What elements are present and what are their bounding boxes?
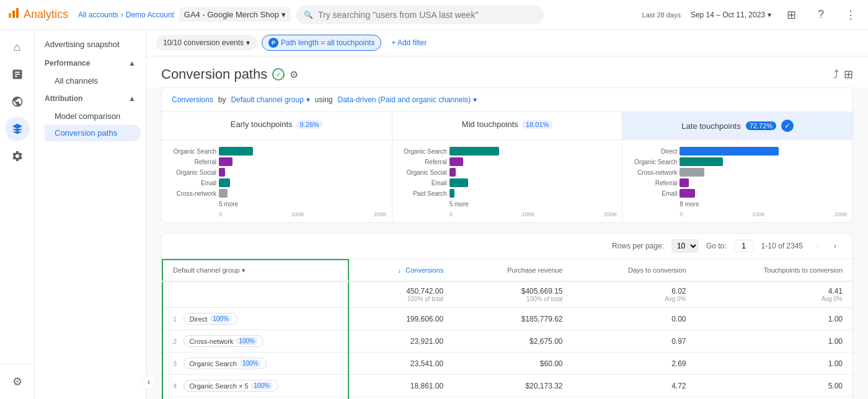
- nav-home-icon[interactable]: ⌂: [5, 35, 30, 59]
- settings-icon-bottom[interactable]: ⚙: [5, 369, 30, 394]
- page-title: Conversion paths ✓ ⚙: [161, 66, 298, 82]
- nav-configure-icon[interactable]: [5, 144, 30, 169]
- sidebar-item-conversion-paths[interactable]: Conversion paths: [45, 125, 141, 141]
- revenue-cell: $60.00: [453, 353, 572, 375]
- days-cell: 2.69: [572, 353, 696, 375]
- property-selector[interactable]: GA4 - Google Merch Shop ▾: [179, 7, 291, 22]
- sidebar-performance-header[interactable]: Performance ▲: [35, 54, 146, 72]
- touchpoints-cell: 1.00: [696, 330, 852, 353]
- channel-tag[interactable]: Organic Search × 5 100%: [184, 380, 278, 392]
- channel-tag[interactable]: Organic Search 100%: [184, 357, 267, 369]
- conversions-cell: 23,541.00: [348, 353, 453, 375]
- app-logo[interactable]: Analytics: [7, 7, 68, 22]
- more-options-button[interactable]: ⋮: [841, 5, 861, 25]
- go-to-label: Go to:: [706, 242, 727, 250]
- conversion-events-filter[interactable]: 10/10 conversion events ▾: [156, 35, 257, 50]
- share-icon[interactable]: ⤴: [833, 68, 839, 81]
- touchpoints-cell: 5.00: [696, 375, 852, 397]
- days-cell: 7.31: [572, 397, 696, 400]
- prev-page-button[interactable]: ‹: [810, 239, 825, 253]
- property-name: GA4 - Google Merch Shop: [184, 10, 279, 19]
- conversions-cell: 14,980.00: [348, 397, 453, 400]
- channel-cell: 1 Direct 100%: [162, 308, 348, 330]
- late-check-icon: ✓: [781, 120, 794, 132]
- search-icon: 🔍: [304, 11, 313, 19]
- next-page-button[interactable]: ›: [828, 239, 843, 253]
- sidebar-item-advertising-snapshot[interactable]: Advertising snapshot: [35, 35, 141, 54]
- col-header-purchase-revenue[interactable]: Purchase revenue: [453, 260, 572, 281]
- collapse-sidebar-button[interactable]: ‹: [146, 374, 156, 389]
- rows-per-page-label: Rows per page:: [612, 242, 664, 250]
- early-more-link[interactable]: 5 more: [167, 200, 387, 209]
- days-cell: 4.72: [572, 375, 696, 397]
- date-range-selector[interactable]: Sep 14 – Oct 11, 2023 ▾: [691, 11, 771, 19]
- late-more-link[interactable]: 8 more: [627, 200, 848, 209]
- nav-advertising-icon[interactable]: [5, 116, 30, 141]
- page-number-input[interactable]: [734, 240, 754, 252]
- attribution-link[interactable]: Data-driven (Paid and organic channels) …: [338, 95, 477, 104]
- revenue-cell: $20,173.32: [453, 375, 572, 397]
- nav-reports-icon[interactable]: [5, 62, 30, 87]
- col-header-conversions[interactable]: ↓ Conversions: [348, 260, 453, 281]
- top-right-actions: Last 28 days Sep 14 – Oct 11, 2023 ▾ ⊞ ?…: [642, 5, 861, 25]
- help-button[interactable]: ?: [811, 5, 831, 25]
- channel-group-link[interactable]: Default channel group ▾: [231, 95, 309, 104]
- search-input[interactable]: [318, 10, 536, 20]
- customize-icon[interactable]: ⊞: [844, 68, 853, 81]
- search-box[interactable]: 🔍: [296, 6, 544, 24]
- col-header-days[interactable]: Days to conversion: [572, 260, 696, 281]
- bottom-sidebar: ⚙: [0, 364, 35, 399]
- total-row: 450,742.00 100% of total $405,669.15 100…: [162, 281, 852, 308]
- path-length-filter[interactable]: P Path length = all touchpoints: [262, 35, 381, 51]
- advertising-snapshot-label: Advertising snapshot: [45, 40, 120, 49]
- all-accounts-link[interactable]: All accounts: [78, 11, 118, 19]
- channel-tag[interactable]: Cross-network 100%: [184, 335, 263, 347]
- late-touchpoints-chart: Direct Organic Search Cross-network Refe…: [622, 140, 852, 222]
- data-table: Default channel group ▾ ↓ Conversions Pu…: [162, 259, 852, 399]
- sidebar-item-all-channels[interactable]: All channels: [45, 72, 141, 89]
- mid-touchpoints-chart: Organic Search Referral Organic Social E…: [392, 140, 623, 222]
- svg-rect-0: [9, 13, 11, 18]
- channel-cell: 2 Cross-network 100%: [162, 330, 348, 353]
- col-header-channel-group[interactable]: Default channel group ▾: [162, 260, 348, 281]
- conversions-cell: 18,861.00: [348, 375, 453, 397]
- performance-collapse-icon: ▲: [128, 59, 136, 68]
- apps-button[interactable]: ⊞: [781, 5, 801, 25]
- col-header-touchpoints[interactable]: Touchpoints to conversion: [696, 260, 852, 281]
- property-dropdown-icon: ▾: [281, 10, 286, 19]
- revenue-cell: $2,675.00: [453, 330, 572, 353]
- early-touchpoints-chart: Organic Search Referral Organic Social E…: [162, 140, 392, 222]
- analytics-logo-icon: [7, 7, 20, 22]
- channel-cell: 5 Organic Search × 4 100%: [162, 397, 348, 400]
- channel-tag[interactable]: Direct 100%: [184, 313, 237, 325]
- mid-x-axis: 0100K200K: [397, 209, 618, 217]
- total-days: 6.02 Avg 0%: [572, 281, 696, 308]
- conversions-link[interactable]: Conversions: [172, 95, 213, 104]
- rows-per-page-select[interactable]: 10 25 50: [671, 239, 699, 253]
- mid-more-link[interactable]: 5 more: [397, 200, 618, 209]
- breadcrumb-sep1: ›: [121, 11, 123, 19]
- sidebar-item-model-comparison[interactable]: Model comparison: [45, 108, 141, 125]
- tab-late-touchpoints[interactable]: Late touchpoints 72.72% ✓: [622, 112, 852, 139]
- table-row: 5 Organic Search × 4 100% 14,980.00 $12,…: [162, 397, 852, 400]
- last-days-label: Last 28 days: [642, 11, 681, 19]
- revenue-cell: $12,586.04: [453, 397, 572, 400]
- demo-account-link[interactable]: Demo Account: [126, 11, 174, 19]
- channel-cell: 3 Organic Search 100%: [162, 353, 348, 375]
- svg-rect-1: [12, 11, 15, 18]
- channel-cell: 4 Organic Search × 5 100%: [162, 375, 348, 397]
- sort-arrow-icon: ↓: [397, 266, 401, 274]
- page-actions: ⤴ ⊞: [833, 68, 853, 81]
- tab-mid-touchpoints[interactable]: Mid touchpoints 18.01%: [392, 112, 623, 139]
- tab-early-touchpoints[interactable]: Early touchpoints 9.26%: [162, 112, 392, 139]
- add-filter-button[interactable]: + Add filter: [386, 36, 432, 50]
- revenue-cell: $185,779.62: [453, 308, 572, 330]
- charts-grid: Organic Search Referral Organic Social E…: [162, 140, 852, 222]
- touchpoint-tabs: Early touchpoints 9.26% Mid touchpoints …: [162, 112, 852, 140]
- sidebar-attribution-header[interactable]: Attribution ▲: [35, 89, 146, 108]
- page-settings-icon[interactable]: ⚙: [290, 69, 298, 81]
- nav-explore-icon[interactable]: [5, 89, 30, 114]
- svg-rect-2: [16, 8, 19, 18]
- date-dropdown-icon: ▾: [768, 11, 771, 19]
- conversion-events-dropdown: ▾: [246, 38, 250, 47]
